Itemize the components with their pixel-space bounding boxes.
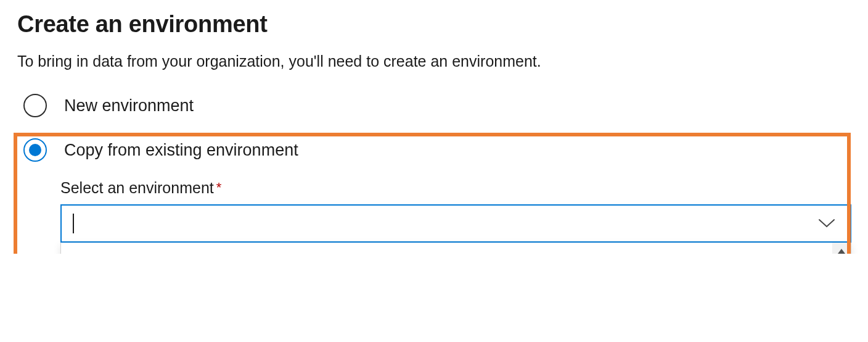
radio-row-new-environment: New environment: [23, 94, 851, 117]
dropdown-scrollbar[interactable]: [832, 243, 851, 254]
page-subtitle: To bring in data from your organization,…: [17, 52, 851, 70]
scroll-up-button[interactable]: [832, 243, 851, 254]
triangle-up-icon: [838, 249, 845, 254]
required-asterisk: *: [216, 180, 222, 195]
select-environment-label: Select an environment*: [60, 179, 851, 197]
select-environment-label-text: Select an environment: [60, 179, 214, 196]
select-environment-combobox-wrapper: Trial: Rajeev-Dev Production: Automative…: [60, 204, 851, 243]
radio-copy-environment[interactable]: [23, 138, 47, 162]
page-title: Create an environment: [17, 11, 851, 38]
chevron-down-icon[interactable]: [818, 219, 835, 228]
radio-row-copy-environment: Copy from existing environment: [23, 138, 851, 162]
text-cursor: [73, 214, 74, 233]
radio-new-environment[interactable]: [23, 94, 47, 117]
environment-type-radio-group: New environment Copy from existing envir…: [17, 94, 851, 243]
dropdown-option[interactable]: Trial: Rajeev-Dev: [61, 243, 851, 254]
select-environment-field: Select an environment* Trial: Rajeev-Dev…: [60, 179, 851, 243]
select-environment-combobox[interactable]: [60, 204, 851, 243]
radio-label-copy-environment: Copy from existing environment: [64, 141, 298, 160]
radio-label-new-environment: New environment: [64, 96, 194, 115]
environment-dropdown: Trial: Rajeev-Dev Production: Automative…: [60, 243, 851, 254]
